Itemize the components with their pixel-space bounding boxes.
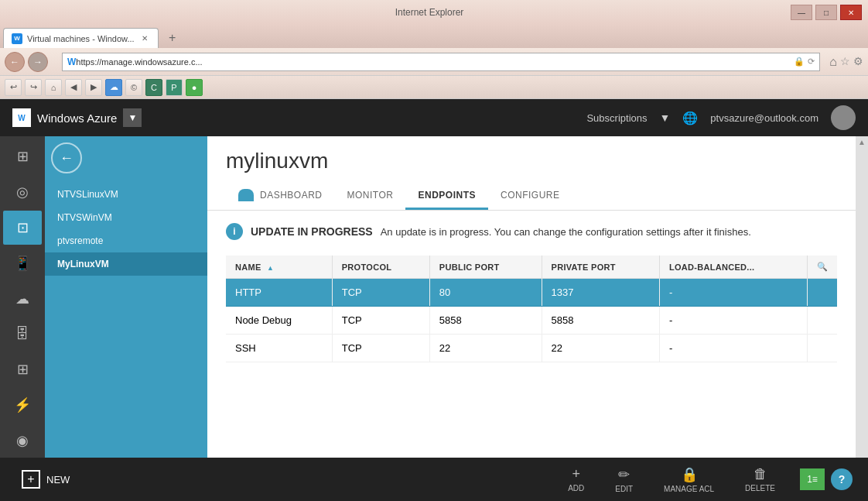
forward-extras-icon[interactable]: ↪: [25, 79, 42, 96]
tab-dashboard[interactable]: DASHBOARD: [226, 183, 335, 210]
row-search-cell: [807, 335, 837, 362]
settings-icon[interactable]: ⚙: [853, 55, 863, 69]
browser-extras-4[interactable]: P: [166, 79, 183, 96]
update-message: An update is in progress. You can change…: [381, 226, 751, 238]
add-button[interactable]: + ADD: [562, 466, 590, 492]
scrollbar[interactable]: ▲: [856, 136, 868, 458]
row-search-cell: [807, 279, 837, 307]
vm-list-item-1[interactable]: NTVSWinVM: [45, 206, 207, 229]
browser-extras-3[interactable]: C: [145, 79, 162, 96]
titlebar: Internet Explorer — □ ✕: [0, 0, 868, 25]
user-email[interactable]: ptvsazure@outlook.com: [710, 112, 818, 124]
sidebar-icon-database[interactable]: 🗄: [3, 317, 42, 351]
tab-favicon-letter: W: [14, 35, 20, 42]
sidebar-icon-grid[interactable]: ⊞: [3, 139, 42, 173]
home-extras-icon[interactable]: ⌂: [45, 79, 62, 96]
home-icon[interactable]: ⌂: [829, 55, 837, 69]
sidebar-icon-cloud[interactable]: ☁: [3, 282, 42, 316]
lock-icon: 🔒: [794, 57, 805, 67]
refresh-icon[interactable]: ⟳: [808, 57, 815, 67]
vm-list: NTVSLinuxVM NTVSWinVM ptvsremote MyLinux…: [45, 180, 207, 279]
scroll-up-arrow[interactable]: ▲: [858, 138, 866, 146]
copy-extras-icon[interactable]: ©: [125, 79, 142, 96]
col-public-port: PUBLIC PORT: [429, 256, 542, 279]
delete-button[interactable]: 🗑 DELETE: [739, 466, 781, 492]
table-row[interactable]: Node Debug TCP 5858 5858 -: [226, 307, 837, 335]
table-search-button[interactable]: 🔍: [807, 256, 837, 279]
row-protocol: TCP: [332, 307, 429, 335]
close-button[interactable]: ✕: [840, 5, 862, 20]
row-private-port: 1337: [542, 279, 659, 307]
address-bar[interactable]: W https://manage.windowsazure.c... 🔒 ⟳: [62, 53, 820, 71]
col-load-balanced: LOAD-BALANCED...: [659, 256, 807, 279]
row-public-port: 5858: [429, 307, 542, 335]
content-tabs: DASHBOARD MONITOR ENDPOINTS CONFIGURE: [226, 183, 837, 210]
new-button[interactable]: + NEW: [15, 470, 76, 489]
subscriptions-label[interactable]: Subscriptions: [586, 112, 647, 124]
help-button[interactable]: ?: [831, 468, 853, 490]
manage-acl-button[interactable]: 🔒 MANAGE ACL: [658, 466, 720, 493]
tab-endpoints[interactable]: ENDPOINTS: [405, 183, 488, 210]
row-name: SSH: [226, 335, 332, 362]
add-label: ADD: [568, 484, 584, 492]
address-favicon-icon: W: [67, 57, 76, 67]
new-label: NEW: [46, 474, 70, 486]
back-circle: ←: [51, 142, 82, 173]
tab-monitor[interactable]: MONITOR: [335, 183, 406, 210]
edit-button[interactable]: ✏ EDIT: [609, 466, 639, 493]
col-name: NAME ▲: [226, 256, 332, 279]
azure-logo-icon: W: [12, 108, 31, 127]
nav-extras-2[interactable]: ▶: [85, 79, 102, 96]
cloud-extras-icon[interactable]: ☁: [105, 79, 122, 96]
col-protocol: PROTOCOL: [332, 256, 429, 279]
titlebar-controls: — □ ✕: [791, 5, 862, 20]
row-public-port: 22: [429, 335, 542, 362]
sidebar-icon-storage[interactable]: ⚡: [3, 388, 42, 422]
delete-icon: 🗑: [754, 466, 767, 482]
row-search-cell: [807, 307, 837, 335]
sidebar-icon-vm[interactable]: ⊡: [3, 211, 42, 245]
content-area: mylinuxvm DASHBOARD MONITOR ENDPOINTS: [207, 136, 856, 458]
content-body: i UPDATE IN PROGRESS An update is in pro…: [207, 211, 856, 458]
tab-endpoints-label: ENDPOINTS: [418, 190, 476, 201]
portal-expand-button[interactable]: ▼: [123, 108, 142, 127]
sidebar-icon-globe[interactable]: ◎: [3, 175, 42, 209]
table-row[interactable]: HTTP TCP 80 1337 -: [226, 279, 837, 307]
address-text: https://manage.windowsazure.c...: [76, 57, 202, 67]
endpoints-table: NAME ▲ PROTOCOL PUBLIC PORT PRIVATE PORT…: [226, 256, 837, 362]
row-name: HTTP: [226, 279, 332, 307]
update-label: UPDATE IN PROGRESS: [251, 225, 373, 238]
green-icon[interactable]: ●: [186, 79, 203, 96]
page-title: mylinuxvm: [226, 149, 837, 173]
back-extras-icon[interactable]: ↩: [5, 79, 22, 96]
forward-button[interactable]: →: [28, 52, 48, 72]
dashboard-cloud-icon: [238, 189, 254, 201]
window-title: Internet Explorer: [395, 7, 464, 18]
table-row[interactable]: SSH TCP 22 22 -: [226, 335, 837, 362]
active-tab[interactable]: W Virtual machines - Window... ✕: [3, 28, 159, 48]
nav-extras-1[interactable]: ◀: [65, 79, 82, 96]
tab-dashboard-label: DASHBOARD: [260, 190, 323, 201]
sort-icon[interactable]: ▲: [267, 264, 274, 272]
new-tab-button[interactable]: +: [160, 28, 185, 48]
vm-list-item-2[interactable]: ptvsremote: [45, 229, 207, 252]
azure-logo: W Windows Azure: [12, 108, 117, 127]
tab-configure[interactable]: CONFIGURE: [488, 183, 572, 210]
favorites-icon[interactable]: ☆: [840, 55, 850, 69]
avatar[interactable]: [831, 105, 856, 130]
tab-close-button[interactable]: ✕: [139, 33, 150, 44]
minimize-button[interactable]: —: [791, 5, 812, 20]
sidebar-icon-mobile[interactable]: 📱: [3, 246, 42, 280]
sidebar-icon-monitor[interactable]: ◉: [3, 424, 42, 458]
back-button[interactable]: ←: [5, 52, 25, 72]
vm-panel-back-button[interactable]: ←: [45, 136, 88, 180]
row-public-port: 80: [429, 279, 542, 307]
sidebar-icon-table[interactable]: ⊞: [3, 352, 42, 386]
update-notice: i UPDATE IN PROGRESS An update is in pro…: [226, 223, 837, 240]
vm-list-item-0[interactable]: NTVSLinuxVM: [45, 183, 207, 206]
vm-list-item-3[interactable]: MyLinuxVM: [45, 252, 207, 276]
list-icon[interactable]: 1≡: [800, 468, 825, 490]
edit-label: EDIT: [615, 485, 633, 493]
restore-button[interactable]: □: [815, 5, 837, 20]
vm-panel: ← NTVSLinuxVM NTVSWinVM ptvsremote MyLin…: [45, 136, 207, 458]
